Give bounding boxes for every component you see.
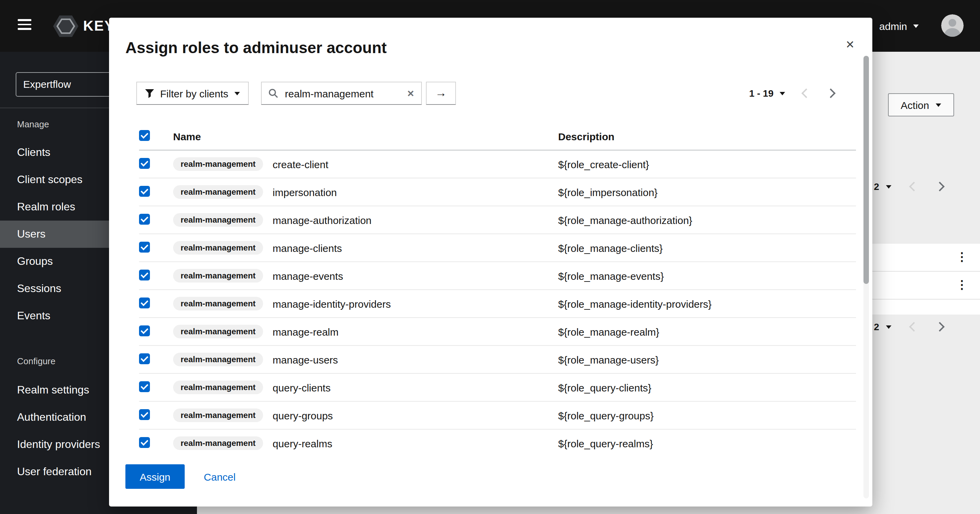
search-icon [269, 89, 278, 98]
clear-search-icon[interactable]: ✕ [407, 88, 414, 98]
row-checkbox[interactable] [139, 213, 150, 224]
arrow-right-icon: → [435, 86, 447, 99]
cancel-button[interactable]: Cancel [204, 471, 235, 482]
row-checkbox[interactable] [139, 325, 150, 336]
client-badge: realm-management [173, 436, 263, 450]
table-row: realm-management query-realms ${role_que… [139, 430, 856, 454]
role-name: query-clients [273, 382, 331, 393]
role-description: ${role_query-groups} [558, 409, 856, 421]
filter-dropdown-label: Filter by clients [160, 87, 228, 99]
role-description: ${role_manage-identity-providers} [558, 298, 856, 309]
pagination-prev-icon[interactable] [910, 183, 917, 190]
chevron-down-icon [234, 92, 240, 95]
row-checkbox[interactable] [139, 186, 150, 197]
assign-roles-modal: Assign roles to adminuser account ✕ Filt… [109, 18, 872, 506]
table-row: realm-management manage-users ${role_man… [139, 346, 856, 374]
close-icon[interactable]: ✕ [843, 35, 858, 54]
role-description: ${role_manage-authorization} [558, 214, 856, 226]
search-box: ✕ [261, 82, 422, 105]
chevron-down-icon [886, 325, 891, 328]
table-row: realm-management query-clients ${role_qu… [139, 374, 856, 402]
client-badge: realm-management [173, 269, 263, 282]
table-row: realm-management manage-identity-provide… [139, 290, 856, 318]
background-pagination-bottom: 1 - 2 [860, 321, 943, 332]
pagination-next-icon[interactable] [936, 324, 943, 330]
role-description: ${role_manage-users} [558, 354, 856, 365]
filter-icon [145, 89, 154, 98]
pagination-prev-icon[interactable] [910, 324, 917, 330]
client-badge: realm-management [173, 325, 263, 338]
role-name: manage-authorization [273, 214, 371, 226]
user-name: admin [879, 20, 907, 32]
user-menu[interactable]: admin [879, 0, 919, 52]
role-name: query-realms [273, 438, 332, 449]
pagination-next-icon[interactable] [827, 90, 834, 97]
pagination-prev-icon[interactable] [803, 90, 810, 97]
client-badge: realm-management [173, 241, 263, 255]
kebab-menu-icon[interactable]: ⋮ [956, 272, 968, 299]
search-input[interactable] [283, 87, 401, 100]
chevron-down-icon [886, 185, 891, 188]
row-checkbox[interactable] [139, 269, 150, 280]
chevron-down-icon [936, 103, 942, 106]
search-submit-button[interactable]: → [426, 82, 456, 105]
client-badge: realm-management [173, 381, 263, 394]
role-description: ${role_manage-events} [558, 270, 856, 281]
table-row: realm-management query-groups ${role_que… [139, 402, 856, 430]
row-checkbox[interactable] [139, 158, 150, 168]
column-header-name: Name [173, 130, 558, 142]
realm-name: Expertflow [23, 78, 71, 90]
modal-pagination: 1 - 19 [749, 82, 834, 105]
role-name: impersonation [273, 186, 337, 198]
role-description: ${role_create-client} [558, 158, 856, 170]
modal-toolbar: Filter by clients ✕ → 1 - 19 [136, 82, 845, 105]
pagination-range-label: 1 - 19 [749, 88, 773, 99]
select-all-checkbox[interactable] [139, 130, 150, 141]
role-name: manage-clients [273, 242, 342, 254]
role-description: ${role_query-realms} [558, 438, 856, 449]
chevron-down-icon [780, 92, 785, 95]
role-description: ${role_query-clients} [558, 382, 856, 393]
role-name: manage-identity-providers [273, 298, 391, 309]
row-checkbox[interactable] [139, 437, 150, 447]
pagination-dropdown[interactable]: 1 - 19 [749, 88, 785, 99]
client-badge: realm-management [173, 353, 263, 366]
assign-button[interactable]: Assign [126, 464, 185, 489]
action-dropdown-label: Action [900, 99, 929, 111]
table-row: realm-management manage-clients ${role_m… [139, 234, 856, 262]
table-row: realm-management impersonation ${role_im… [139, 178, 856, 206]
client-badge: realm-management [173, 408, 263, 422]
modal-title: Assign roles to adminuser account [126, 39, 387, 57]
action-dropdown[interactable]: Action [888, 93, 954, 116]
nav-toggle-icon[interactable] [18, 19, 33, 33]
background-pagination-top: 1 - 2 [860, 181, 943, 192]
role-name: manage-events [273, 270, 343, 281]
filter-dropdown[interactable]: Filter by clients [136, 82, 249, 105]
avatar[interactable] [941, 14, 964, 37]
modal-scrollbar[interactable] [864, 56, 869, 498]
table-header-row: Name Description [139, 122, 856, 151]
row-checkbox[interactable] [139, 381, 150, 392]
keycloak-logo-icon [53, 13, 78, 38]
row-checkbox[interactable] [139, 409, 150, 420]
client-badge: realm-management [173, 297, 263, 311]
role-name: manage-realm [273, 326, 338, 337]
kebab-menu-icon[interactable]: ⋮ [956, 244, 968, 271]
client-badge: realm-management [173, 213, 263, 227]
role-name: manage-users [273, 354, 338, 365]
role-description: ${role_impersonation} [558, 186, 856, 198]
search-group: ✕ → [261, 82, 456, 105]
role-name: create-client [273, 158, 328, 170]
role-name: query-groups [273, 409, 333, 421]
row-checkbox[interactable] [139, 353, 150, 364]
pagination-next-icon[interactable] [936, 183, 943, 190]
row-checkbox[interactable] [139, 297, 150, 308]
assign-roles-table: Name Description realm-management create… [126, 122, 856, 454]
client-badge: realm-management [173, 185, 263, 199]
user-avatar-icon [941, 14, 964, 37]
role-description: ${role_manage-realm} [558, 326, 856, 337]
table-row: realm-management create-client ${role_cr… [139, 151, 856, 178]
scrollbar-thumb[interactable] [864, 56, 869, 284]
row-checkbox[interactable] [139, 241, 150, 252]
column-header-description: Description [558, 130, 856, 142]
